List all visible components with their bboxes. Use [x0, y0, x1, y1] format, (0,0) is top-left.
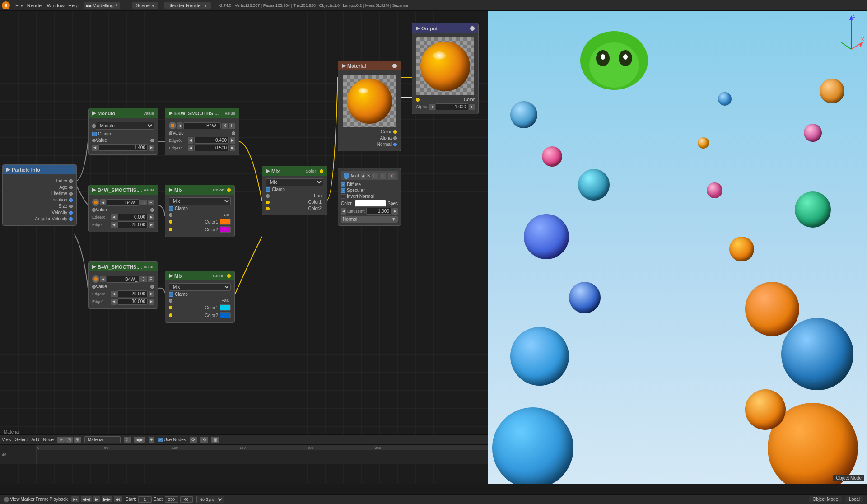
b4w2-edge1-inc[interactable]: ▶: [149, 222, 154, 228]
output-close[interactable]: [470, 26, 475, 31]
ne-mat-plus[interactable]: +: [149, 437, 155, 443]
play-next-btn[interactable]: ▶▶: [102, 496, 112, 502]
play-end-btn[interactable]: ⏭: [114, 496, 122, 502]
menu-window[interactable]: Window: [47, 3, 65, 8]
mix1-color2-swatch[interactable]: [220, 226, 231, 233]
ne-mat-arrows[interactable]: ◀▶: [134, 437, 145, 443]
end-input[interactable]: [165, 496, 178, 503]
play-start-btn[interactable]: ⏮: [71, 496, 79, 502]
mat-plus[interactable]: +: [380, 173, 386, 179]
mix2-dropdown[interactable]: Mix: [266, 178, 323, 186]
mat-num-dec[interactable]: ◀: [361, 173, 365, 179]
frame-input[interactable]: [180, 496, 193, 503]
color-bar[interactable]: [355, 200, 386, 207]
b4w3-prev[interactable]: ◀: [100, 276, 106, 282]
b4w3-edge1-inc[interactable]: ▶: [149, 299, 154, 305]
mix1-clamp-check[interactable]: [169, 206, 173, 211]
b4w1-collapse[interactable]: ▶: [169, 110, 172, 116]
b4w1-edge0-inc[interactable]: ▶: [230, 137, 235, 144]
diffuse-checkbox[interactable]: ✓: [341, 182, 345, 187]
ne-icon5[interactable]: ⟲: [200, 437, 208, 443]
output-alpha-dec[interactable]: ◀: [429, 104, 435, 110]
bottom-frame[interactable]: Frame: [36, 497, 49, 502]
ne-mat-num[interactable]: 3: [124, 437, 131, 443]
mix2-collapse[interactable]: ▶: [266, 168, 270, 174]
mix3-color2-swatch[interactable]: [220, 312, 231, 318]
output-collapse[interactable]: ▶: [416, 25, 420, 31]
ne-view-icons[interactable]: ▦: [211, 437, 219, 443]
b4w1-edge1-inc[interactable]: ▶: [230, 145, 235, 151]
material-close[interactable]: [392, 64, 397, 68]
modulo-value-input[interactable]: 1.400: [98, 144, 148, 151]
b4w1-name[interactable]: B4W_: [183, 122, 221, 129]
b4w2-f[interactable]: F: [148, 200, 154, 205]
material-collapse[interactable]: ▶: [342, 63, 345, 69]
scene-selector[interactable]: Scene ▼: [132, 2, 158, 9]
ne-icon1[interactable]: ⊕: [57, 437, 65, 443]
b4w1-edge1-input[interactable]: 0.500: [194, 145, 229, 151]
ne-icon2[interactable]: ⊡: [65, 437, 73, 443]
3d-viewport[interactable]: Z X: [488, 11, 867, 484]
output-alpha-input[interactable]: 1.000: [436, 103, 468, 110]
mix1-collapse[interactable]: ▶: [169, 187, 172, 193]
mix1-color1-swatch[interactable]: [220, 219, 231, 225]
b4w2-edge1-input[interactable]: 28.000: [117, 221, 148, 228]
particle-info-collapse[interactable]: ▶: [6, 167, 10, 173]
ne-material-input[interactable]: [84, 436, 121, 443]
use-nodes-checkbox[interactable]: ✓: [158, 438, 163, 442]
b4w3-edge0-inc[interactable]: ▶: [149, 291, 154, 297]
node-editor[interactable]: ▶ Particle Info Index Age Lifetime Locat…: [0, 11, 488, 484]
b4w1-num[interactable]: 3: [222, 123, 228, 129]
mix1-dropdown[interactable]: Mix: [169, 197, 231, 205]
mat-f[interactable]: F: [372, 173, 378, 179]
diffuse-int-inc[interactable]: ▶: [392, 208, 398, 215]
b4w2-collapse[interactable]: ▶: [92, 187, 96, 193]
b4w2-num[interactable]: 3: [140, 200, 147, 205]
modulo-value-dec[interactable]: ◀: [92, 145, 98, 151]
diffuse-int-dec[interactable]: ◀: [341, 208, 346, 215]
b4w2-edge1-dec[interactable]: ◀: [111, 222, 117, 228]
no-sync-select[interactable]: No Sync: [196, 496, 224, 503]
b4w2-edge0-inc[interactable]: ▶: [149, 214, 154, 220]
bottom-marker[interactable]: Marker: [21, 497, 35, 502]
menu-file[interactable]: File: [15, 3, 23, 8]
mat-x[interactable]: ✕: [388, 173, 395, 179]
b4w1-edge0-input[interactable]: 0.400: [194, 137, 229, 144]
invert-normal-checkbox[interactable]: [341, 194, 345, 199]
normal-dropdown[interactable]: Normal ▼: [341, 216, 398, 223]
ne-icon4[interactable]: ⟳: [190, 437, 197, 443]
menu-help[interactable]: Help: [68, 3, 79, 8]
ne-add[interactable]: Add: [31, 437, 39, 442]
object-mode-badge[interactable]: Object Mode: [809, 496, 842, 502]
b4w3-edge0-dec[interactable]: ◀: [111, 291, 117, 297]
b4w3-edge1-input[interactable]: 30.000: [117, 298, 148, 305]
b4w1-prev[interactable]: ◀: [177, 122, 182, 129]
b4w2-prev[interactable]: ◀: [100, 199, 106, 205]
ne-view[interactable]: View: [2, 437, 12, 442]
workspace-selector[interactable]: ■■ Modelling ▼: [84, 2, 120, 9]
mix3-collapse[interactable]: ▶: [169, 273, 172, 279]
output-alpha-inc[interactable]: ▶: [469, 104, 475, 110]
b4w3-edge1-dec[interactable]: ◀: [111, 299, 117, 305]
b4w2-edge0-dec[interactable]: ◀: [111, 214, 117, 220]
play-prev-btn[interactable]: ◀◀: [81, 496, 92, 502]
b4w2-name[interactable]: B4W_: [107, 199, 140, 206]
b4w3-name[interactable]: B4W_: [107, 276, 140, 283]
modulo-dropdown[interactable]: Modulo: [96, 122, 154, 130]
specular-checkbox[interactable]: ✓: [341, 188, 345, 193]
modulo-clamp-check[interactable]: [92, 132, 97, 136]
mix3-dropdown[interactable]: Mix: [169, 283, 231, 291]
ne-select[interactable]: Select: [15, 437, 28, 442]
menu-render[interactable]: Render: [27, 3, 43, 8]
modulo-value-inc[interactable]: ▶: [149, 145, 154, 151]
ne-icon3[interactable]: ⊞: [74, 437, 81, 443]
b4w2-edge0-input[interactable]: 0.000: [117, 214, 148, 220]
b4w3-f[interactable]: F: [148, 276, 154, 282]
b4w3-edge0-input[interactable]: 29.000: [117, 290, 148, 297]
bottom-playback[interactable]: Playback: [50, 497, 68, 502]
menu-bar[interactable]: File Render Window Help: [15, 3, 79, 8]
play-btn[interactable]: ▶: [93, 496, 100, 502]
b4w1-edge0-dec[interactable]: ◀: [188, 137, 193, 144]
mix3-clamp-check[interactable]: [169, 292, 173, 297]
b4w1-edge1-dec[interactable]: ◀: [188, 145, 193, 151]
